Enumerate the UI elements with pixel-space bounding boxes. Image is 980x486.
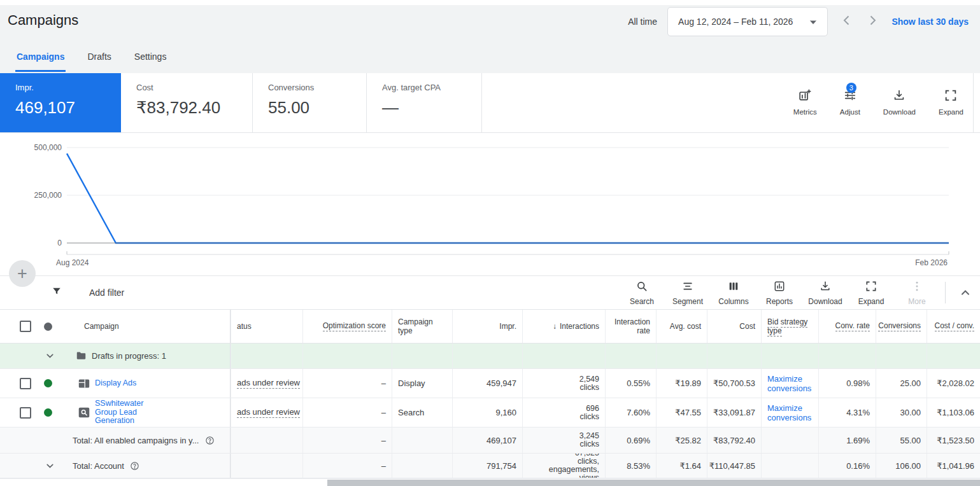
cell-avg_cost: ₹25.82	[656, 427, 707, 453]
cell-status	[231, 427, 302, 453]
chevron-down-icon[interactable]	[45, 351, 55, 361]
cell-avg_cost: ₹1.64	[656, 454, 707, 478]
cell-interactions	[522, 344, 605, 368]
scorecard-conversions[interactable]: Conversions 55.00	[253, 73, 367, 132]
cell-cost_per_conv: ₹2,028.02	[927, 369, 980, 398]
scorecard-impr-[interactable]: Impr. 469,107	[0, 73, 121, 132]
status-text[interactable]: ads under review	[237, 378, 300, 389]
campaigns-table: CampaignatusOptimization scoreCampaign t…	[0, 310, 980, 478]
column-header-interaction_rate[interactable]: Interaction rate	[605, 310, 656, 343]
show-last-30-days-link[interactable]: Show last 30 days	[891, 17, 969, 27]
date-range-picker[interactable]: Aug 12, 2024 – Feb 11, 2026	[667, 7, 828, 36]
tool-label: Expand	[939, 108, 963, 116]
segment-table-button[interactable]: Segment	[665, 280, 711, 306]
cell-cost_per_conv: ₹1,523.50	[927, 427, 980, 453]
expand-table-button[interactable]: Expand	[848, 280, 894, 306]
date-range-bar: All time Aug 12, 2024 – Feb 11, 2026 Sho…	[628, 7, 969, 36]
folder-icon	[75, 350, 87, 362]
cell-conv_rate: 1.69%	[818, 427, 876, 453]
search-table-button[interactable]: Search	[619, 280, 665, 306]
column-header-conv_rate[interactable]: Conv. rate	[818, 310, 876, 343]
status-dot-enabled[interactable]	[44, 408, 52, 417]
filter-bar: Add filter Search Segment Columns Report…	[0, 275, 980, 310]
next-period-icon[interactable]	[865, 15, 881, 29]
row-checkbox[interactable]	[20, 378, 31, 389]
adjust-button[interactable]: Adjust3	[840, 88, 860, 116]
bid-strategy-link[interactable]: Maximize conversions	[767, 374, 813, 393]
reports-table-button[interactable]: Reports	[756, 280, 802, 306]
download-button[interactable]: Download	[883, 88, 916, 116]
table-row: Total: Account–791,75467,525 clicks, eng…	[0, 454, 980, 478]
plus-button[interactable]: +	[9, 260, 36, 287]
cell-campaign_type: Search	[392, 398, 452, 427]
select-all-checkbox[interactable]	[20, 321, 31, 332]
column-header-cost[interactable]: Cost	[707, 310, 761, 343]
search-icon	[636, 280, 648, 295]
column-header-label: Campaign	[84, 322, 119, 331]
tab-campaigns[interactable]: Campaigns	[15, 50, 66, 72]
column-header-campaign_type[interactable]: Campaign type	[392, 310, 452, 343]
collapse-table-icon[interactable]	[951, 286, 980, 299]
download-icon	[819, 280, 832, 295]
column-header-opt_score[interactable]: Optimization score	[302, 310, 392, 343]
cell-avg_cost	[656, 344, 707, 368]
columns-table-button[interactable]: Columns	[711, 280, 756, 306]
column-header-status[interactable]: atus	[231, 310, 302, 343]
tab-drafts[interactable]: Drafts	[86, 50, 112, 72]
columns-icon	[727, 280, 740, 295]
scorecard-cost[interactable]: Cost ₹83,792.40	[121, 73, 253, 132]
tool-label: Columns	[718, 297, 748, 306]
date-range-value: Aug 12, 2024 – Feb 11, 2026	[678, 17, 793, 27]
filter-funnel-icon[interactable]	[51, 286, 62, 300]
column-header-avg_cost[interactable]: Avg. cost	[656, 310, 707, 343]
prev-period-icon[interactable]	[838, 15, 855, 29]
column-header-cost_per_conv[interactable]: Cost / conv.	[927, 310, 980, 343]
download-table-button[interactable]: Download	[802, 280, 848, 306]
add-filter-button[interactable]: Add filter	[89, 288, 124, 298]
status-text[interactable]: ads under review	[237, 407, 300, 418]
column-header-interactions[interactable]: ↓Interactions	[522, 310, 605, 343]
download-icon	[892, 88, 906, 104]
column-header-label: Interactions	[560, 322, 599, 331]
svg-text:0: 0	[57, 239, 62, 247]
row-checkbox[interactable]	[20, 407, 31, 419]
tool-label: Download	[883, 108, 916, 116]
scorecard-value: ₹83,792.40	[136, 98, 252, 118]
metrics-button[interactable]: Metrics	[793, 88, 817, 116]
horizontal-scrollbar-thumb[interactable]	[327, 480, 980, 486]
chevron-down-icon[interactable]	[45, 461, 55, 471]
cell-impr	[452, 344, 522, 368]
campaign-cell: Total: Account	[0, 454, 231, 478]
scorecard-avg-target-cpa[interactable]: Avg. target CPA —	[367, 73, 482, 132]
cell-cost: ₹50,700.53	[707, 369, 761, 398]
scorecard-label: Impr.	[15, 83, 120, 92]
tab-settings[interactable]: Settings	[133, 50, 168, 72]
cell-bid_strategy: Maximize conversions	[761, 398, 818, 427]
column-header-bid_strategy[interactable]: Bid strategy type	[761, 310, 818, 343]
expand-button[interactable]: Expand	[939, 88, 963, 116]
campaign-name-link[interactable]: Display Ads	[95, 379, 136, 388]
column-header-campaign[interactable]: Campaign	[0, 310, 231, 343]
table-row: Total: All enabled campaigns in y...–469…	[0, 427, 980, 454]
status-filter-dot[interactable]	[44, 323, 52, 331]
line-chart-svg: 0250,000500,000Aug 2024Feb 2026	[0, 134, 980, 275]
cell-opt_score: –	[302, 398, 392, 427]
column-header-conversions[interactable]: Conversions	[876, 310, 927, 343]
scorecard-divider	[973, 73, 974, 132]
column-header-label: Interaction rate	[611, 317, 650, 335]
cell-conversions: 55.00	[876, 427, 927, 453]
cell-impr: 469,107	[452, 427, 522, 453]
help-icon[interactable]	[205, 436, 215, 445]
cell-cost_per_conv: ₹1,103.06	[927, 398, 980, 427]
campaign-cell: Drafts in progress: 1	[0, 344, 231, 368]
column-header-impr[interactable]: Impr.	[452, 310, 522, 343]
help-icon[interactable]	[130, 461, 139, 471]
cell-impr: 9,160	[452, 398, 522, 427]
bid-strategy-link[interactable]: Maximize conversions	[767, 403, 813, 422]
total-label: Total: All enabled campaigns in y...	[73, 436, 199, 445]
cell-cost: ₹83,792.40	[707, 427, 761, 453]
cell-status	[231, 454, 302, 478]
status-dot-enabled[interactable]	[44, 379, 52, 387]
campaign-name-link[interactable]: SSwhitewater Group Lead Generation	[95, 399, 161, 426]
scorecard-label: Cost	[136, 83, 252, 92]
